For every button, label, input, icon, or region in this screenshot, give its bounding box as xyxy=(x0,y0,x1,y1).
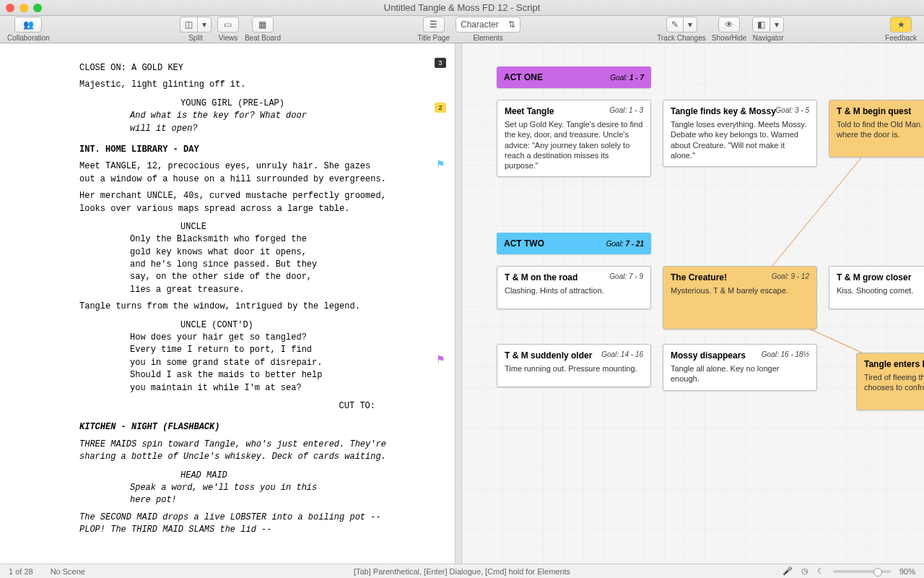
titlebar: Untitled Tangle & Moss FD 12 - Script xyxy=(0,0,924,16)
trackchanges-label: Track Changes xyxy=(657,34,705,42)
collaboration-button[interactable]: 👥 Collaboration xyxy=(7,17,50,42)
minimize-icon[interactable] xyxy=(19,4,28,12)
script-line-dlg: Speak a word, we'll toss you in this her… xyxy=(130,482,325,507)
mic-icon[interactable]: 🎤 xyxy=(783,566,793,576)
svg-line-0 xyxy=(765,152,866,275)
beat-card[interactable]: T & M suddenly olderGoal: 14 - 16Time ru… xyxy=(497,344,651,387)
script-line-char: UNCLE xyxy=(180,221,426,233)
margin-mark[interactable]: 3 xyxy=(435,58,446,68)
elements-label: Elements xyxy=(473,34,503,42)
views-label: Views xyxy=(219,34,238,42)
status-bar: 1 of 28 No Scene [Tab] Parenthetical, [E… xyxy=(0,564,924,578)
margin-mark[interactable]: ⚑ xyxy=(435,159,446,169)
beat-card[interactable]: T & M grow closerKiss. Shooting comet. xyxy=(829,266,924,309)
margin-mark[interactable]: ⚑ xyxy=(435,354,446,364)
clock-icon[interactable]: ◷ xyxy=(801,566,808,576)
beat-board-pane[interactable]: ACT ONEGoal: 1 - 7ACT TWOGoal: 7 - 21Mee… xyxy=(462,43,924,564)
toolbar: 👥 Collaboration ◫▾ Split ▭ Views ▦ Beat … xyxy=(0,16,924,43)
script-text[interactable]: CLOSE ON: A GOLD KEYMajestic, light glin… xyxy=(0,43,455,556)
margin-mark[interactable]: 2 xyxy=(435,103,446,113)
moon-icon[interactable]: ☾ xyxy=(817,566,824,576)
script-line-action: THREE MAIDS spin toward Tangle, who's ju… xyxy=(79,439,390,464)
beatboard-label: Beat Board xyxy=(245,34,281,42)
beat-card[interactable]: The Creature!Goal: 9 - 12Mysterious. T &… xyxy=(663,266,817,329)
script-line-dlg: And what is the key for? What door will … xyxy=(130,110,325,135)
script-line-action: Meet TANGLE, 12, precocious eyes, unruly… xyxy=(79,160,390,186)
act-header[interactable]: ACT ONEGoal: 1 - 7 xyxy=(497,66,651,88)
script-line-dlg: Only the Blacksmith who forged the gold … xyxy=(130,233,325,296)
navigator-button[interactable]: ◧▾ Navigator xyxy=(752,17,784,42)
showhide-button[interactable]: 👁 Show/Hide xyxy=(712,17,746,42)
collaboration-label: Collaboration xyxy=(7,34,50,42)
feedback-button[interactable]: ★ Feedback xyxy=(885,17,917,42)
elements-value: Character xyxy=(461,20,499,30)
maximize-icon[interactable] xyxy=(33,4,42,12)
beat-card[interactable]: Mossy disappearsGoal: 16 - 18½Tangle all… xyxy=(663,344,817,391)
beat-card[interactable]: Tangle enters lairTired of fleeing the C… xyxy=(856,353,924,410)
pane-divider[interactable] xyxy=(455,43,462,564)
beatboard-button[interactable]: ▦ Beat Board xyxy=(245,17,281,42)
split-button[interactable]: ◫▾ Split xyxy=(180,17,212,42)
page-indicator: 1 of 28 xyxy=(9,567,33,576)
showhide-label: Show/Hide xyxy=(712,34,746,42)
scene-indicator: No Scene xyxy=(51,567,85,576)
script-line-scene: KITCHEN - NIGHT (FLASHBACK) xyxy=(79,421,426,434)
chevron-updown-icon: ⇅ xyxy=(508,20,515,30)
script-line-action: Majestic, light glinting off it. xyxy=(79,79,390,91)
beat-card[interactable]: T & M on the roadGoal: 7 - 9Clashing. Hi… xyxy=(497,266,651,309)
elements-dropdown[interactable]: Character⇅ Elements xyxy=(456,17,520,42)
main-area: CLOSE ON: A GOLD KEYMajestic, light glin… xyxy=(0,43,924,564)
script-pane[interactable]: CLOSE ON: A GOLD KEYMajestic, light glin… xyxy=(0,43,455,564)
split-label: Split xyxy=(188,34,202,42)
titlepage-button[interactable]: ☰ Title Page xyxy=(417,17,450,42)
zoom-slider[interactable] xyxy=(833,570,891,573)
views-button[interactable]: ▭ Views xyxy=(217,17,239,42)
close-icon[interactable] xyxy=(6,4,14,12)
beat-card[interactable]: Tangle finds key & MossyGoal: 3 - 5Tangl… xyxy=(663,100,817,167)
script-line-char: YOUNG GIRL (PRE-LAP) xyxy=(180,98,426,110)
titlepage-label: Title Page xyxy=(417,34,450,42)
keyboard-hint: [Tab] Parenthetical, [Enter] Dialogue, [… xyxy=(354,567,570,576)
script-line-scene: INT. HOME LIBRARY - DAY xyxy=(79,144,426,156)
script-line-action: Her merchant UNCLE, 40s, curved mustache… xyxy=(79,190,390,215)
script-line-action: CLOSE ON: A GOLD KEY xyxy=(79,62,390,74)
script-line-trans: CUT TO: xyxy=(79,400,375,413)
beat-card[interactable]: Meet TangleGoal: 1 - 3Set up Gold Key. T… xyxy=(497,100,651,177)
feedback-label: Feedback xyxy=(885,34,917,42)
window-title: Untitled Tangle & Moss FD 12 - Script xyxy=(384,2,541,13)
trackchanges-button[interactable]: ✎▾ Track Changes xyxy=(657,17,705,42)
window-controls xyxy=(6,4,42,12)
navigator-label: Navigator xyxy=(753,34,784,42)
script-line-char: UNCLE (CONT'D) xyxy=(180,319,426,332)
script-line-char: HEAD MAID xyxy=(180,470,426,482)
act-header[interactable]: ACT TWOGoal: 7 - 21 xyxy=(497,233,651,254)
beat-card[interactable]: T & M begin questTold to find the Old Ma… xyxy=(829,100,924,158)
script-line-action: Tangle turns from the window, intrigued … xyxy=(79,301,390,313)
script-line-dlg: How does your hair get so tangled? Every… xyxy=(130,332,325,394)
script-line-action: The SECOND MAID drops a live LOBSTER int… xyxy=(79,512,390,537)
zoom-level: 90% xyxy=(899,567,915,576)
